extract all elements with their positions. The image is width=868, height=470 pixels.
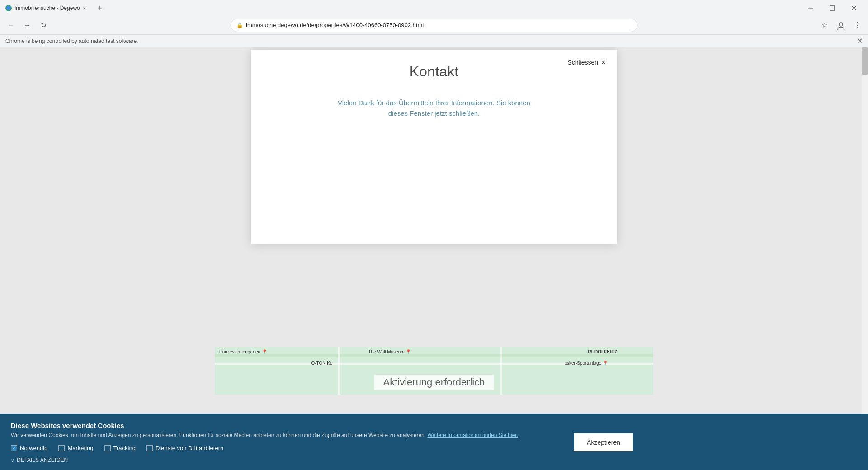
active-tab[interactable]: Immobiliensuche - Degewo × xyxy=(0,1,92,15)
profile-icon[interactable] xyxy=(834,18,848,33)
cookie-checkbox-marketing[interactable] xyxy=(58,445,65,451)
cookie-option-tracking[interactable]: Tracking xyxy=(104,445,136,451)
cookie-details-chevron: ∨ xyxy=(11,458,14,463)
cookie-details-toggle[interactable]: ∨ DETAILS ANZEIGEN xyxy=(11,457,644,463)
window-controls xyxy=(800,1,868,15)
cookie-details-label: DETAILS ANZEIGEN xyxy=(17,457,68,463)
modal-close-label: Schliessen xyxy=(567,59,598,66)
cookie-banner-description: Wir verwenden Cookies, um Inhalte und An… xyxy=(11,432,426,438)
toolbar-right: ☆ ⋮ xyxy=(817,18,864,33)
cookie-accept-button[interactable]: Akzeptieren xyxy=(574,433,633,451)
svg-rect-1 xyxy=(830,6,835,10)
cookie-more-info-link[interactable]: Weitere Informationen finden Sie hier. xyxy=(427,432,518,438)
infobanner: Chrome is being controlled by automated … xyxy=(0,35,868,47)
modal-message-line2: dieses Fenster jetzt schließen. xyxy=(269,108,599,119)
modal-overlay: Schliessen ✕ Kontakt Vielen Dank für das… xyxy=(0,47,868,395)
cookie-label-dienste: Dienste von Drittanbietern xyxy=(156,445,223,451)
back-button[interactable]: ← xyxy=(4,18,18,33)
window-close-button[interactable] xyxy=(844,1,864,15)
url-text: immosuche.degewo.de/de/properties/W1400-… xyxy=(246,22,632,28)
tab-favicon xyxy=(5,5,12,11)
modal-close-button[interactable]: Schliessen ✕ xyxy=(567,59,606,66)
cookie-option-notwendig[interactable]: Notwendig xyxy=(11,445,47,451)
cookie-banner: Diese Websites verwendet Cookies Wir ver… xyxy=(0,414,868,470)
cookie-label-notwendig: Notwendig xyxy=(20,445,47,451)
forward-button[interactable]: → xyxy=(20,18,34,33)
page-content: Prinzessinnengärten 📍 The Wall Museum 📍 … xyxy=(0,47,868,470)
tab-title: Immobiliensuche - Degewo xyxy=(14,5,80,11)
browser-frame: Immobiliensuche - Degewo × + ← → ↻ 🔒 imm… xyxy=(0,0,868,35)
infobanner-text: Chrome is being controlled by automated … xyxy=(5,38,138,44)
cookie-label-marketing: Marketing xyxy=(67,445,93,451)
bookmark-icon[interactable]: ☆ xyxy=(817,18,832,33)
cookie-checkbox-tracking[interactable] xyxy=(104,445,111,451)
tab-close-button[interactable]: × xyxy=(83,5,86,12)
address-bar[interactable]: 🔒 immosuche.degewo.de/de/properties/W140… xyxy=(231,19,637,32)
modal-title: Kontakt xyxy=(269,63,599,80)
scrollbar[interactable] xyxy=(862,47,868,470)
modal-close-icon: ✕ xyxy=(601,59,606,66)
lock-icon: 🔒 xyxy=(236,22,243,28)
infobanner-close-button[interactable]: ✕ xyxy=(857,37,863,45)
menu-icon[interactable]: ⋮ xyxy=(850,18,864,33)
cookie-label-tracking: Tracking xyxy=(113,445,136,451)
cookie-banner-inner: Diese Websites verwendet Cookies Wir ver… xyxy=(11,422,644,463)
cookie-checkbox-notwendig[interactable] xyxy=(11,445,17,451)
modal-dialog: Schliessen ✕ Kontakt Vielen Dank für das… xyxy=(251,50,617,244)
browser-tabs-row: Immobiliensuche - Degewo × + xyxy=(0,0,868,16)
modal-message-line1: Vielen Dank für das Übermitteln Ihrer In… xyxy=(269,98,599,108)
browser-toolbar: ← → ↻ 🔒 immosuche.degewo.de/de/propertie… xyxy=(0,16,868,34)
cookie-option-dienste[interactable]: Dienste von Drittanbietern xyxy=(146,445,223,451)
window-minimize-button[interactable] xyxy=(800,1,821,15)
refresh-button[interactable]: ↻ xyxy=(36,18,51,33)
cookie-checkbox-dienste[interactable] xyxy=(146,445,153,451)
cookie-option-marketing[interactable]: Marketing xyxy=(58,445,93,451)
modal-message: Vielen Dank für das Übermitteln Ihrer In… xyxy=(269,98,599,118)
svg-rect-0 xyxy=(808,8,813,9)
new-tab-button[interactable]: + xyxy=(94,2,106,14)
cookie-options: Notwendig Marketing Tracking Dienste von… xyxy=(11,445,644,451)
scrollbar-thumb[interactable] xyxy=(862,47,868,75)
cookie-banner-text: Wir verwenden Cookies, um Inhalte und An… xyxy=(11,432,644,438)
window-restore-button[interactable] xyxy=(822,1,843,15)
svg-point-4 xyxy=(839,23,843,26)
cookie-banner-title: Diese Websites verwendet Cookies xyxy=(11,422,644,429)
